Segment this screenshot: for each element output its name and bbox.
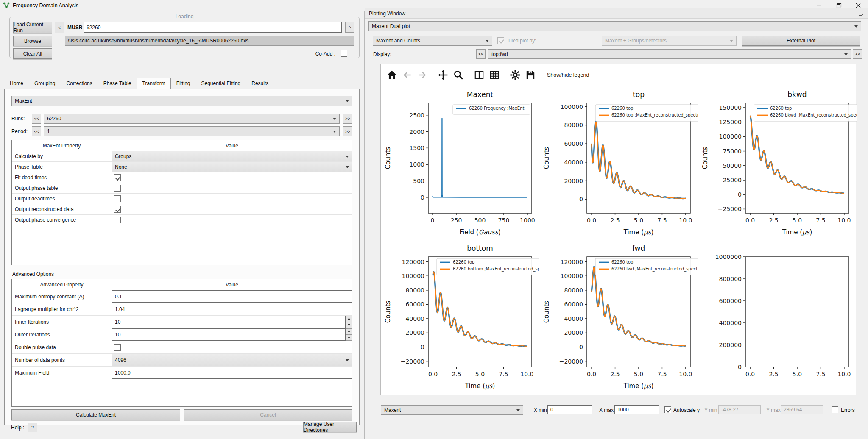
period-next-button[interactable]: >> [343, 126, 352, 136]
svg-text:400000: 400000 [719, 320, 742, 326]
tile-grid-fine-icon[interactable] [487, 67, 502, 83]
maximum-field-input[interactable]: 1000.0 [112, 367, 352, 379]
subplot-fwd[interactable]: 0.02.55.07.510.0−20000020000400006000080… [539, 240, 698, 394]
show-hide-legend-button[interactable]: Show/hide legend [547, 72, 589, 78]
outer-iterations-spinner[interactable] [346, 328, 352, 341]
runs-prev-button[interactable]: << [32, 114, 41, 124]
display-select[interactable]: top:fwd [488, 49, 851, 59]
svg-text:0: 0 [579, 344, 583, 350]
property-label: Maximum Field [12, 370, 49, 376]
run-number-input[interactable]: 62260 [84, 22, 342, 33]
xmax-input[interactable]: 1000 [614, 405, 659, 414]
property-label: Output phase convergence [12, 217, 76, 223]
table-row: Output phase convergence [12, 215, 352, 225]
axis-plot-select[interactable]: Maxent [381, 405, 523, 415]
output-reconstructed-data-checkbox[interactable] [114, 206, 121, 213]
subplot-maxent[interactable]: 0250500750100005001000150020002500Maxent… [381, 86, 539, 240]
inner-iterations-input[interactable]: 10 [112, 316, 346, 328]
autoscale-y-checkbox[interactable] [664, 406, 671, 413]
zoom-icon[interactable] [451, 67, 466, 83]
period-prev-button[interactable]: << [32, 126, 41, 136]
tab-transform[interactable]: Transform [137, 78, 171, 89]
close-icon [856, 3, 861, 8]
plotting-window-titlebar[interactable]: Plotting Window [365, 8, 868, 19]
svg-text:600000: 600000 [719, 297, 742, 304]
external-plot-button[interactable]: External Plot [742, 36, 860, 46]
tab-corrections[interactable]: Corrections [61, 78, 98, 89]
subplot-bkwd[interactable]: 0.02.55.07.510.0−25000025000500007500010… [698, 86, 857, 240]
svg-text:Time (μs): Time (μs) [623, 228, 654, 236]
tile-grid-icon[interactable] [472, 67, 487, 83]
output-phase-convergence-checkbox[interactable] [114, 217, 121, 223]
display-label: Display: [373, 49, 391, 59]
transform-method-select[interactable]: MaxEnt [11, 96, 352, 106]
subplot-top[interactable]: 0.02.55.07.510.0020000400006000080000100… [539, 86, 698, 240]
subplot-grid[interactable]: 0250500750100005001000150020002500Maxent… [381, 86, 857, 394]
calculate-by-select[interactable]: Groups [112, 151, 352, 161]
column-header: Value [112, 140, 352, 151]
xmin-input[interactable]: 0 [547, 405, 592, 414]
property-label: Lagrange multiplier for chi^2 [12, 306, 78, 312]
tab-home[interactable]: Home [4, 78, 29, 89]
float-panel-icon[interactable] [858, 11, 864, 17]
tab-phase-table[interactable]: Phase Table [98, 78, 137, 89]
runs-select[interactable]: 62260 [44, 114, 340, 124]
options-gear-icon[interactable] [508, 67, 523, 83]
period-select[interactable]: 1 [44, 126, 340, 136]
run-increment-button[interactable]: > [345, 22, 354, 33]
svg-text:75000: 75000 [723, 147, 742, 154]
svg-text:62260 top: 62260 top [770, 106, 792, 111]
tab-fitting[interactable]: Fitting [171, 78, 196, 89]
svg-text:Time (μs): Time (μs) [465, 382, 495, 390]
svg-text:1000: 1000 [409, 161, 424, 168]
toolbar-separator [433, 69, 433, 81]
svg-text:20000: 20000 [564, 177, 583, 184]
browse-button[interactable]: Browse [13, 36, 52, 46]
toolbar-separator [541, 69, 541, 81]
outer-iterations-input[interactable]: 10 [112, 328, 346, 341]
plot-canvas[interactable]: Show/hide legend 02505007501000050010001… [380, 64, 856, 395]
svg-text:62260 top: 62260 top [453, 260, 474, 264]
svg-text:80000: 80000 [405, 286, 424, 293]
help-button[interactable]: ? [28, 423, 37, 432]
display-next-button[interactable]: >> [853, 49, 862, 59]
load-current-run-button[interactable]: Load Current Run [13, 22, 52, 33]
plot-type-select[interactable]: Maxent Dual plot [368, 21, 861, 31]
tab-results[interactable]: Results [246, 78, 274, 89]
calculate-maxent-button[interactable]: Calculate MaxEnt [11, 409, 180, 420]
fit-dead-times-checkbox[interactable] [114, 174, 121, 181]
subplot-bottom[interactable]: 0.02.55.07.510.0−20000020000400006000080… [381, 240, 539, 394]
save-icon[interactable] [523, 67, 538, 83]
double-pulse-data-checkbox[interactable] [114, 344, 121, 351]
number-of-data-points-select[interactable]: 4096 [112, 354, 352, 366]
subplot-empty[interactable]: 0.02.55.07.510.0020000040000060000080000… [698, 240, 857, 394]
tab-sequential-fitting[interactable]: Sequential Fitting [196, 78, 246, 89]
help-label: Help : [11, 425, 24, 431]
plot-data-select[interactable]: Maxent and Counts [373, 36, 492, 46]
ymin-label: Y min [704, 405, 717, 415]
errors-checkbox[interactable] [832, 406, 838, 413]
inner-iterations-spinner[interactable] [346, 316, 352, 328]
svg-text:0: 0 [421, 344, 424, 350]
output-phase-table-checkbox[interactable] [114, 185, 121, 192]
plotting-window-title: Plotting Window [369, 11, 405, 17]
maximum-entropy-constant-a-input[interactable]: 0.1 [112, 290, 352, 303]
phase-table-select[interactable]: None [112, 162, 352, 172]
lagrange-multiplier-for-chi-2-input[interactable]: 1.04 [112, 303, 352, 315]
runs-next-button[interactable]: >> [343, 114, 352, 124]
pan-icon[interactable] [435, 67, 451, 83]
manage-user-directories-button[interactable]: Manage User Directories [303, 422, 357, 432]
coadd-checkbox[interactable] [341, 50, 347, 57]
svg-text:750: 750 [498, 217, 510, 224]
home-icon[interactable] [384, 67, 399, 83]
svg-text:fwd: fwd [632, 244, 645, 253]
property-label: Fit dead times [12, 175, 47, 181]
run-decrement-button[interactable]: < [55, 22, 64, 33]
output-deadtimes-checkbox[interactable] [114, 195, 121, 202]
table-row: Output deadtimes [12, 194, 352, 204]
svg-text:Counts: Counts [543, 300, 550, 323]
display-prev-button[interactable]: << [476, 49, 486, 59]
xmax-label: X max [599, 405, 614, 415]
clear-all-button[interactable]: Clear All [13, 48, 52, 59]
tab-grouping[interactable]: Grouping [29, 78, 61, 89]
